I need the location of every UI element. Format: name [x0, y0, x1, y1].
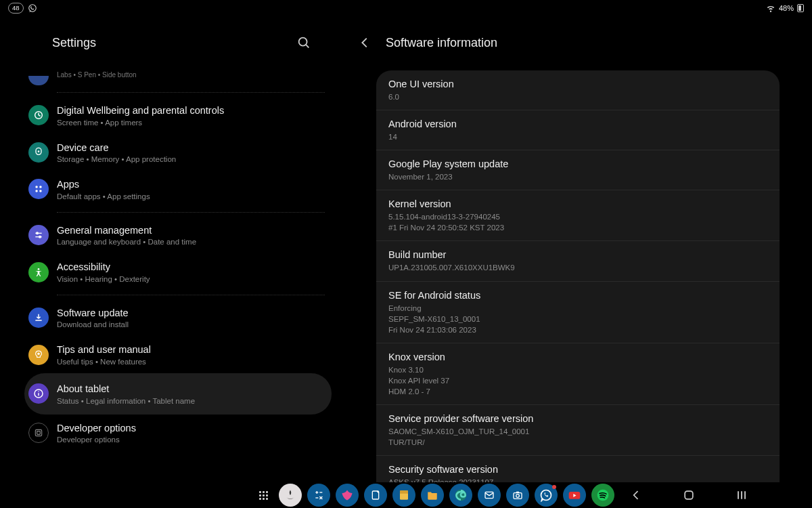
sidebar-item-tips[interactable]: Tips and user manualUseful tips • New fe…	[24, 336, 338, 373]
gallery-icon[interactable]	[336, 484, 359, 507]
sidebar-item-advanced-partial[interactable]: Labs • S Pen • Side button	[24, 65, 338, 88]
spotify-icon[interactable]	[591, 484, 614, 507]
sidebar-item-apps[interactable]: AppsDefault apps • App settings	[24, 171, 338, 208]
svg-rect-18	[35, 429, 41, 436]
wellbeing-icon	[28, 105, 49, 125]
svg-rect-32	[514, 493, 522, 499]
back-arrow-icon[interactable]	[357, 35, 372, 50]
svg-rect-38	[685, 491, 693, 499]
nav-home-icon[interactable]	[682, 488, 696, 502]
info-row-build[interactable]: Build numberUP1A.231005.007.X610XXU1BWK9	[376, 241, 780, 281]
info-row-knox[interactable]: Knox versionKnox 3.10 Knox API level 37 …	[376, 343, 780, 405]
svg-line-2	[306, 45, 309, 47]
svg-point-4	[38, 150, 40, 152]
svg-point-14	[37, 352, 40, 355]
info-row-provider[interactable]: Service provider software versionSAOMC_S…	[376, 405, 780, 456]
sidebar-item-about-tablet[interactable]: About tabletStatus • Legal information •…	[24, 373, 332, 415]
detail-title: Software information	[386, 36, 497, 50]
divider	[57, 212, 325, 213]
clipboard-icon[interactable]	[364, 484, 387, 507]
settings-sidebar-pane: Settings Labs • S Pen • Side button Digi…	[0, 16, 338, 482]
svg-point-12	[39, 236, 41, 238]
svg-point-5	[35, 186, 38, 189]
device-care-icon	[28, 142, 49, 163]
info-icon	[28, 383, 49, 404]
edge-icon[interactable]	[449, 484, 472, 507]
svg-point-17	[38, 391, 39, 392]
divider	[57, 295, 325, 295]
apps-icon	[28, 179, 49, 199]
sidebar-item-label: Software update	[57, 307, 129, 320]
nav-recents-icon[interactable]	[735, 488, 748, 502]
files-icon[interactable]	[421, 484, 444, 507]
detail-pane: Software information One UI version6.0 A…	[338, 16, 812, 482]
accessibility-icon	[28, 262, 49, 282]
software-update-icon	[28, 308, 49, 328]
page-title: Settings	[52, 36, 96, 50]
sidebar-item-label: General management	[57, 224, 196, 238]
svg-point-1	[299, 38, 307, 46]
sidebar-item-accessibility[interactable]: AccessibilityVision • Hearing • Dexterit…	[24, 253, 338, 291]
divider	[57, 92, 325, 93]
advanced-icon	[28, 76, 49, 85]
svg-rect-29	[400, 490, 408, 494]
info-row-se[interactable]: SE for Android statusEnforcing SEPF_SM-X…	[376, 282, 780, 343]
sidebar-item-label: Developer options	[57, 422, 136, 436]
battery-percent: 48%	[779, 4, 794, 12]
developer-icon	[28, 423, 49, 443]
whatsapp-app-icon[interactable]	[535, 484, 558, 507]
info-row-kernel[interactable]: Kernel version5.15.104-android13-3-27940…	[376, 190, 780, 241]
penup-icon[interactable]	[279, 484, 302, 507]
youtube-icon[interactable]	[563, 484, 586, 507]
svg-rect-19	[37, 431, 41, 434]
calculator-icon[interactable]	[307, 484, 330, 507]
info-list: One UI version6.0 Android version14 Goog…	[376, 70, 780, 508]
nav-back-icon[interactable]	[629, 488, 643, 502]
status-badge-48: 48	[8, 3, 24, 14]
sidebar-item-software-update[interactable]: Software updateDownload and install	[24, 299, 338, 337]
search-icon[interactable]	[296, 35, 311, 50]
camera-icon[interactable]	[506, 484, 529, 507]
whatsapp-icon	[28, 3, 37, 13]
notification-dot-icon	[552, 485, 556, 489]
sidebar-item-label: Accessibility	[57, 261, 150, 274]
sidebar-item-label: Device care	[57, 142, 176, 155]
svg-point-13	[38, 268, 40, 270]
wifi-icon	[766, 3, 775, 13]
svg-point-7	[35, 190, 38, 193]
sidebar-item-general[interactable]: General managementLanguage and keyboard …	[24, 217, 338, 254]
taskbar	[0, 482, 812, 508]
info-row-one-ui[interactable]: One UI version6.0	[376, 70, 780, 110]
sidebar-item-device-care[interactable]: Device careStorage • Memory • App protec…	[24, 134, 338, 171]
app-drawer-icon[interactable]	[259, 491, 268, 500]
info-row-gplay[interactable]: Google Play system updateNovember 1, 202…	[376, 150, 780, 190]
svg-point-33	[516, 494, 519, 498]
tips-icon	[28, 345, 49, 365]
mail-icon[interactable]	[478, 484, 501, 507]
general-icon	[28, 225, 49, 245]
battery-icon	[797, 4, 804, 12]
svg-point-11	[37, 232, 39, 234]
sidebar-item-label: Digital Wellbeing and parental controls	[57, 104, 224, 118]
svg-point-6	[39, 186, 42, 189]
sidebar-item-label: About tablet	[57, 383, 195, 396]
info-row-android[interactable]: Android version14	[376, 110, 780, 150]
sidebar-item-wellbeing[interactable]: Digital Wellbeing and parental controlsS…	[24, 97, 338, 134]
notes-icon[interactable]	[392, 484, 415, 507]
sidebar-item-label: Apps	[57, 178, 150, 192]
sidebar-item-label: Tips and user manual	[57, 343, 151, 357]
svg-point-8	[39, 190, 42, 193]
svg-point-0	[28, 5, 36, 12]
status-bar: 48 48%	[0, 0, 812, 16]
sidebar-item-developer[interactable]: Developer optionsDeveloper options	[24, 415, 338, 452]
